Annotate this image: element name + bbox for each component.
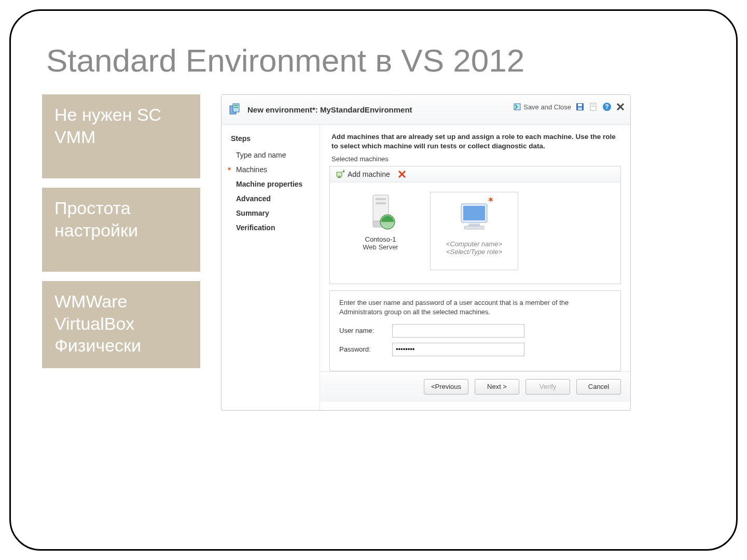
close-icon[interactable] [616, 102, 625, 111]
svg-rect-25 [464, 226, 484, 229]
dialog-header: New environment*: MyStandardEnvironment … [222, 95, 630, 125]
svg-rect-19 [376, 202, 386, 204]
main-pane: Add machines that are already set up and… [320, 125, 630, 410]
help-icon[interactable]: ? [602, 102, 612, 111]
slide-frame: Standard Environment в VS 2012 Не нужен … [9, 9, 738, 551]
machines-box: + Add machine [329, 166, 621, 284]
previous-button[interactable]: <Previous [424, 379, 468, 395]
save-close-label: Save and Close [523, 103, 571, 111]
save-icon[interactable] [575, 102, 585, 111]
svg-rect-23 [463, 206, 485, 220]
slide-title: Standard Environment в VS 2012 [46, 42, 705, 79]
step-machines[interactable]: Machines [222, 162, 320, 177]
required-asterisk-icon: ✶ [488, 195, 494, 204]
svg-rect-10 [591, 106, 595, 107]
password-label: Password: [339, 345, 386, 353]
selected-machines-label: Selected machines [320, 155, 630, 166]
svg-rect-2 [234, 105, 238, 106]
machines-toolbar: + Add machine [330, 166, 620, 183]
step-summary[interactable]: Summary [222, 206, 320, 220]
page-icon[interactable] [589, 102, 598, 111]
save-and-close-button[interactable]: Save and Close [513, 103, 571, 111]
username-row: User name: [339, 324, 611, 338]
new-environment-dialog: New environment*: MyStandardEnvironment … [221, 94, 631, 411]
steps-pane: Steps Type and name Machines Machine pro… [222, 125, 320, 410]
computer-icon [433, 197, 516, 237]
machine-role: Web Server [340, 243, 421, 251]
password-row: Password: [339, 343, 611, 356]
step-verification[interactable]: Verification [222, 220, 320, 235]
username-label: User name: [339, 327, 386, 334]
environment-icon [228, 103, 242, 117]
instructions-text: Add machines that are already set up and… [320, 125, 630, 155]
placeholder-role: <Select/Type role> [433, 248, 516, 256]
step-advanced[interactable]: Advanced [222, 191, 320, 206]
svg-rect-7 [578, 107, 582, 110]
add-machine-button[interactable]: + Add machine [335, 170, 390, 179]
card-text: Не нужен SC VMM [54, 104, 188, 148]
svg-rect-6 [578, 104, 582, 106]
card-text: WMWare VirtualBox Физически [54, 290, 188, 357]
next-button[interactable]: Next > [475, 379, 519, 395]
machine-tile-placeholder[interactable]: ✶ <Computer name> [430, 192, 518, 270]
dialog-title: New environment*: MyStandardEnvironment [247, 105, 412, 114]
card-simplicity: Простота настройки [42, 188, 200, 272]
step-type-and-name[interactable]: Type and name [222, 148, 320, 162]
header-actions: Save and Close ? [513, 102, 625, 111]
cancel-button[interactable]: Cancel [576, 379, 621, 395]
dialog-body: Steps Type and name Machines Machine pro… [222, 125, 630, 410]
credentials-box: Enter the user name and password of a us… [329, 290, 621, 371]
verify-button: Verify [525, 379, 570, 395]
svg-rect-18 [376, 198, 386, 200]
password-input[interactable] [392, 343, 524, 356]
card-sc-vmm: Не нужен SC VMM [42, 94, 200, 178]
svg-rect-3 [234, 107, 238, 108]
svg-rect-24 [468, 223, 480, 226]
save-close-icon [513, 103, 521, 111]
svg-text:?: ? [605, 103, 608, 110]
content-row: Не нужен SC VMM Простота настройки WMWar… [42, 94, 705, 411]
machine-tile-contoso[interactable]: Contoso-1 Web Server [340, 192, 421, 270]
left-column: Не нужен SC VMM Простота настройки WMWar… [42, 94, 200, 411]
svg-text:+: + [342, 170, 344, 174]
card-text: Простота настройки [54, 197, 188, 241]
delete-machine-button[interactable] [397, 170, 407, 179]
machine-tiles: Contoso-1 Web Server ✶ [330, 183, 620, 284]
step-machine-properties[interactable]: Machine properties [222, 177, 320, 191]
placeholder-name: <Computer name> [433, 240, 516, 248]
dialog-footer: <Previous Next > Verify Cancel [320, 371, 630, 402]
steps-heading: Steps [222, 132, 320, 148]
add-machine-label: Add machine [348, 170, 390, 178]
svg-rect-13 [337, 172, 342, 176]
add-machine-icon: + [335, 170, 344, 179]
server-icon [340, 192, 421, 232]
machine-name: Contoso-1 [340, 235, 421, 243]
username-input[interactable] [392, 324, 524, 338]
card-vmware: WMWare VirtualBox Физически [42, 281, 200, 368]
credentials-description: Enter the user name and password of a us… [339, 298, 611, 316]
svg-rect-14 [338, 177, 341, 178]
svg-rect-9 [591, 105, 595, 105]
